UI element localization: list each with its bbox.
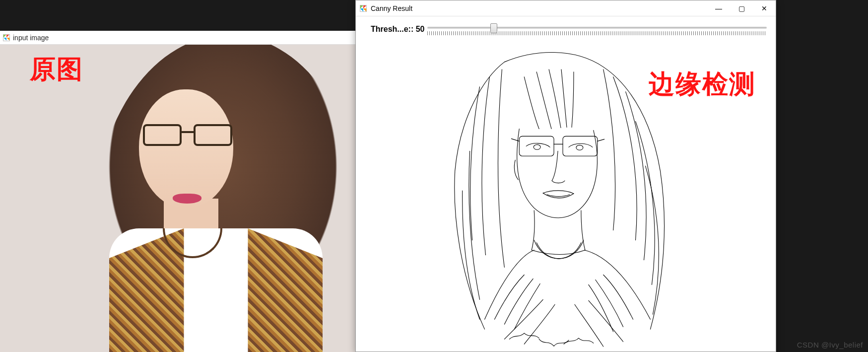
input-image-content: 原图 bbox=[0, 45, 355, 352]
canny-titlebar[interactable]: Canny Result — ▢ ✕ bbox=[356, 0, 776, 16]
slider-ticks bbox=[427, 31, 767, 35]
maximize-icon: ▢ bbox=[738, 4, 745, 12]
opencv-icon bbox=[3, 34, 10, 41]
threshold-label: Thresh...e:: 50 bbox=[371, 25, 424, 34]
original-image-label: 原图 bbox=[30, 52, 83, 87]
watermark: CSDN @Ivy_belief bbox=[797, 341, 863, 349]
input-image-window: input image 原图 bbox=[0, 31, 355, 352]
threshold-trackbar-row: Thresh...e:: 50 bbox=[356, 16, 776, 42]
maximize-button[interactable]: ▢ bbox=[730, 0, 753, 16]
close-icon: ✕ bbox=[761, 4, 767, 12]
input-image-title: input image bbox=[13, 34, 49, 42]
svg-point-2 bbox=[534, 144, 540, 149]
canny-result-window: Canny Result — ▢ ✕ Thresh...e:: 50 bbox=[355, 0, 776, 352]
canny-window-title: Canny Result bbox=[371, 4, 412, 12]
opencv-icon bbox=[360, 5, 367, 12]
minimize-button[interactable]: — bbox=[707, 0, 730, 16]
slider-thumb[interactable] bbox=[490, 23, 497, 33]
svg-point-3 bbox=[576, 145, 583, 150]
edge-detection-label: 边缘检测 bbox=[649, 67, 756, 102]
canny-output-image: 边缘检测 bbox=[356, 42, 776, 352]
portrait-image bbox=[79, 45, 355, 352]
window-controls: — ▢ ✕ bbox=[707, 0, 776, 16]
threshold-slider[interactable] bbox=[427, 22, 767, 36]
slider-track bbox=[427, 27, 767, 29]
input-image-titlebar[interactable]: input image bbox=[0, 31, 355, 45]
svg-rect-1 bbox=[563, 136, 598, 156]
minimize-icon: — bbox=[715, 4, 722, 12]
close-button[interactable]: ✕ bbox=[753, 0, 776, 16]
